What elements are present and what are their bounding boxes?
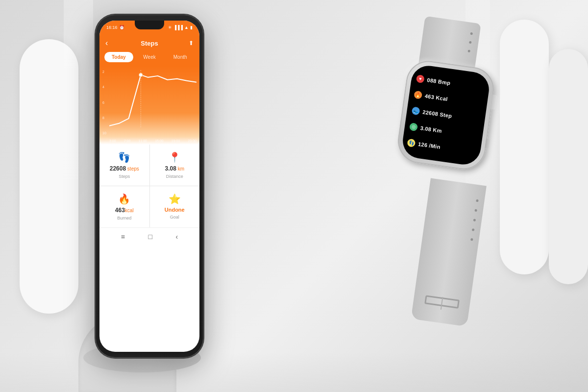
watch-distance: ◎ 3.08 Km: [409, 122, 478, 140]
location-icon: ◎: [409, 122, 418, 131]
steps-label: Steps: [119, 174, 130, 179]
watch-calories-value: 463 Kcal: [424, 93, 448, 101]
steps-chart: 10 8 6 4 2 3:00 7:00 11:00: [99, 66, 199, 145]
tab-month[interactable]: Month: [166, 52, 195, 62]
svg-point-1: [139, 73, 143, 77]
stat-steps: 👣 22608 steps Steps: [99, 145, 149, 186]
watch-body: ♥ 088 Bmp 🔥 463 Kcal 👟 22608 Step ◎ 3.08…: [395, 58, 496, 172]
y-label-4: 4: [102, 85, 106, 89]
phone-screen: 16:16 ⏰ ✳ ▐▐▐ ▲ ▮ ‹ Steps ⬆ Today Week: [99, 21, 199, 352]
goal-icon: ⭐: [169, 193, 181, 205]
stat-goal: ⭐ Undone Goal: [150, 186, 200, 227]
decorative-panel-right-2: [549, 49, 588, 284]
status-left: 16:16 ⏰: [106, 25, 124, 30]
phone: 16:16 ⏰ ✳ ▐▐▐ ▲ ▮ ‹ Steps ⬆ Today Week: [96, 15, 203, 358]
steps-value: 22608 steps: [110, 165, 139, 172]
y-label-2: 2: [102, 70, 106, 74]
home-button[interactable]: □: [148, 233, 152, 241]
watch-cadence-value: 126 /Min: [417, 141, 441, 150]
cadence-icon: 👣: [407, 139, 416, 147]
x-label-7: 7:00: [124, 139, 131, 143]
stat-distance: 📍 3.08 km Distance: [150, 145, 200, 186]
tab-week[interactable]: Week: [135, 52, 164, 62]
phone-shell: 16:16 ⏰ ✳ ▐▐▐ ▲ ▮ ‹ Steps ⬆ Today Week: [96, 15, 203, 358]
y-label-10: 10: [102, 131, 106, 135]
chart-svg: [109, 70, 196, 128]
status-time: 16:16: [106, 25, 118, 30]
distance-icon: 📍: [169, 151, 181, 163]
phone-notch: [135, 21, 164, 29]
x-label-23: 23:00: [188, 139, 196, 143]
watch-steps: 👟 22608 Step: [412, 106, 481, 123]
distance-unit: km: [176, 166, 184, 172]
watch-cadence: 👣 126 /Min: [407, 139, 476, 156]
strap-bottom: [411, 178, 487, 326]
goal-value: Undone: [165, 207, 185, 213]
watch-case: ♥ 088 Bmp 🔥 463 Kcal 👟 22608 Step ◎ 3.08…: [395, 58, 496, 172]
y-label-6: 6: [102, 101, 106, 104]
watch-screen: ♥ 088 Bmp 🔥 463 Kcal 👟 22608 Step ◎ 3.08…: [401, 64, 491, 167]
x-label-19: 19:00: [172, 139, 180, 143]
app-header: ‹ Steps ⬆: [99, 34, 199, 52]
share-button[interactable]: ⬆: [189, 40, 194, 47]
calories-unit: kcal: [125, 208, 134, 213]
steps-icon: 👣: [118, 151, 130, 163]
watch-calories: 🔥 463 Kcal: [414, 90, 483, 107]
y-label-8: 8: [102, 116, 106, 120]
decorative-panel-left: [20, 39, 78, 314]
watch-steps-value: 22608 Step: [422, 109, 453, 119]
chart-x-axis: 3:00 7:00 11:00 15:00 19:00 23:00: [109, 139, 196, 143]
distance-label: Distance: [166, 174, 183, 179]
signal-icon: ▐▐▐: [173, 25, 183, 30]
watch-side-button: [485, 139, 490, 148]
x-label-11: 11:00: [139, 139, 147, 143]
steps-watch-icon: 👟: [412, 106, 420, 115]
calories-value: 463kcal: [115, 207, 134, 214]
distance-value: 3.08 km: [165, 165, 184, 172]
tab-today[interactable]: Today: [104, 52, 133, 62]
flame-icon: 🔥: [414, 90, 422, 99]
steps-unit: steps: [126, 166, 139, 172]
heart-rate-value: 088 Bmp: [427, 77, 451, 86]
menu-button[interactable]: ≡: [121, 233, 125, 241]
watch-heart-rate: ♥ 088 Bmp: [416, 74, 485, 92]
x-label-3: 3:00: [109, 139, 116, 143]
x-label-15: 15:00: [155, 139, 164, 143]
ground: [0, 353, 588, 392]
status-right: ✳ ▐▐▐ ▲ ▮: [168, 25, 193, 30]
stats-grid: 👣 22608 steps Steps 📍 3.08 km Distance 🔥…: [99, 145, 199, 227]
back-button[interactable]: ‹: [105, 39, 108, 48]
calories-icon: 🔥: [118, 193, 130, 205]
wifi-icon: ▲: [184, 25, 189, 30]
smartwatch: ♥ 088 Bmp 🔥 463 Kcal 👟 22608 Step ◎ 3.08…: [363, 49, 529, 353]
tab-bar: Today Week Month: [99, 52, 199, 66]
watch-crown: [490, 95, 497, 110]
watch-distance-value: 3.08 Km: [420, 125, 442, 134]
calories-label: Burned: [117, 216, 131, 220]
app-title: Steps: [141, 40, 158, 47]
battery-icon: ▮: [190, 25, 193, 30]
stat-calories: 🔥 463kcal Burned: [99, 186, 149, 227]
bluetooth-icon: ✳: [168, 25, 172, 30]
back-nav-button[interactable]: ‹: [176, 233, 178, 241]
chart-y-axis: 10 8 6 4 2: [102, 70, 106, 135]
goal-label: Goal: [170, 215, 179, 220]
heart-icon: ♥: [416, 74, 425, 83]
phone-bottom-nav: ≡ □ ‹: [99, 227, 199, 245]
alarm-icon: ⏰: [119, 25, 124, 30]
